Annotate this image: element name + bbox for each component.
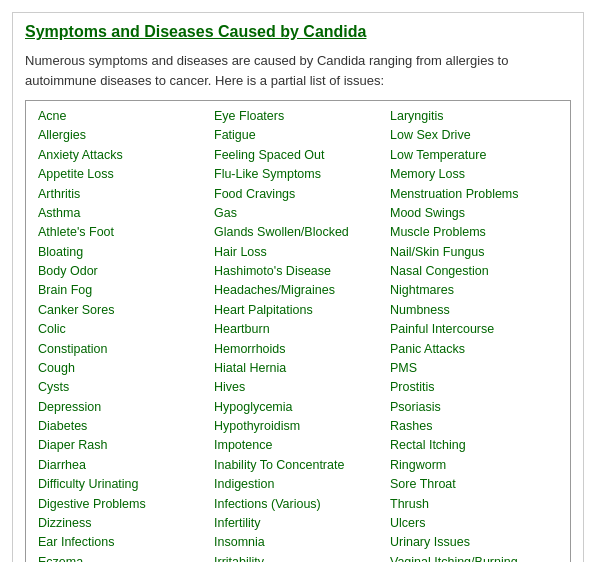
symptom-item: Diabetes <box>38 417 206 436</box>
symptom-item: Headaches/Migraines <box>214 281 382 300</box>
symptom-item: Cysts <box>38 378 206 397</box>
intro-text: Numerous symptoms and diseases are cause… <box>25 51 571 90</box>
symptom-item: Nightmares <box>390 281 558 300</box>
symptom-item: Memory Loss <box>390 165 558 184</box>
symptom-item: Hashimoto's Disease <box>214 262 382 281</box>
symptom-item: Painful Intercourse <box>390 320 558 339</box>
symptoms-col-3: LaryngitisLow Sex DriveLow TemperatureMe… <box>386 107 562 562</box>
symptom-item: Prostitis <box>390 378 558 397</box>
symptom-item: Bloating <box>38 243 206 262</box>
symptom-item: Brain Fog <box>38 281 206 300</box>
symptom-item: Asthma <box>38 204 206 223</box>
symptom-item: Eczema <box>38 553 206 562</box>
symptom-item: Mood Swings <box>390 204 558 223</box>
symptom-item: Hives <box>214 378 382 397</box>
symptom-item: Colic <box>38 320 206 339</box>
symptom-item: Heart Palpitations <box>214 301 382 320</box>
symptom-item: Appetite Loss <box>38 165 206 184</box>
symptom-item: Numbness <box>390 301 558 320</box>
symptom-item: Diarrhea <box>38 456 206 475</box>
symptom-item: Hypothyroidism <box>214 417 382 436</box>
symptom-item: Muscle Problems <box>390 223 558 242</box>
symptom-item: Hiatal Hernia <box>214 359 382 378</box>
symptom-item: Laryngitis <box>390 107 558 126</box>
symptom-item: Infections (Various) <box>214 495 382 514</box>
symptom-item: Vaginal Itching/Burning <box>390 553 558 562</box>
symptoms-columns: AcneAllergiesAnxiety AttacksAppetite Los… <box>34 107 562 562</box>
symptom-item: Ear Infections <box>38 533 206 552</box>
symptoms-col-2: Eye FloatersFatigueFeeling Spaced OutFlu… <box>210 107 386 562</box>
symptom-item: Cough <box>38 359 206 378</box>
symptom-item: Dizziness <box>38 514 206 533</box>
page-title: Symptoms and Diseases Caused by Candida <box>25 23 571 41</box>
symptom-item: Irritability <box>214 553 382 562</box>
symptom-item: Arthritis <box>38 185 206 204</box>
symptom-item: Anxiety Attacks <box>38 146 206 165</box>
symptom-item: Flu-Like Symptoms <box>214 165 382 184</box>
symptom-item: Gas <box>214 204 382 223</box>
symptom-item: Acne <box>38 107 206 126</box>
symptom-item: Rashes <box>390 417 558 436</box>
symptom-item: Ringworm <box>390 456 558 475</box>
symptom-item: Hemorrhoids <box>214 340 382 359</box>
symptom-item: Insomnia <box>214 533 382 552</box>
symptom-item: Inability To Concentrate <box>214 456 382 475</box>
symptom-item: Thrush <box>390 495 558 514</box>
symptom-item: Sore Throat <box>390 475 558 494</box>
symptom-item: Heartburn <box>214 320 382 339</box>
symptom-item: Diaper Rash <box>38 436 206 455</box>
symptom-item: Allergies <box>38 126 206 145</box>
symptom-item: Ulcers <box>390 514 558 533</box>
symptom-item: Difficulty Urinating <box>38 475 206 494</box>
symptom-item: Menstruation Problems <box>390 185 558 204</box>
symptom-item: Impotence <box>214 436 382 455</box>
symptom-item: Nail/Skin Fungus <box>390 243 558 262</box>
symptom-item: Psoriasis <box>390 398 558 417</box>
symptom-item: Hypoglycemia <box>214 398 382 417</box>
symptom-item: Canker Sores <box>38 301 206 320</box>
symptom-item: Rectal Itching <box>390 436 558 455</box>
symptom-item: Panic Attacks <box>390 340 558 359</box>
symptom-item: Eye Floaters <box>214 107 382 126</box>
symptom-item: Urinary Issues <box>390 533 558 552</box>
page-container: Symptoms and Diseases Caused by Candida … <box>12 12 584 562</box>
symptom-item: Hair Loss <box>214 243 382 262</box>
symptom-item: Digestive Problems <box>38 495 206 514</box>
symptoms-col-1: AcneAllergiesAnxiety AttacksAppetite Los… <box>34 107 210 562</box>
symptom-item: Low Sex Drive <box>390 126 558 145</box>
symptom-item: Indigestion <box>214 475 382 494</box>
symptom-item: Nasal Congestion <box>390 262 558 281</box>
symptom-item: Athlete's Foot <box>38 223 206 242</box>
symptom-item: Low Temperature <box>390 146 558 165</box>
symptoms-table: AcneAllergiesAnxiety AttacksAppetite Los… <box>25 100 571 562</box>
symptom-item: Food Cravings <box>214 185 382 204</box>
symptom-item: Depression <box>38 398 206 417</box>
symptom-item: Body Odor <box>38 262 206 281</box>
symptom-item: Infertility <box>214 514 382 533</box>
symptom-item: Constipation <box>38 340 206 359</box>
symptom-item: Feeling Spaced Out <box>214 146 382 165</box>
symptom-item: Glands Swollen/Blocked <box>214 223 382 242</box>
symptom-item: PMS <box>390 359 558 378</box>
symptom-item: Fatigue <box>214 126 382 145</box>
